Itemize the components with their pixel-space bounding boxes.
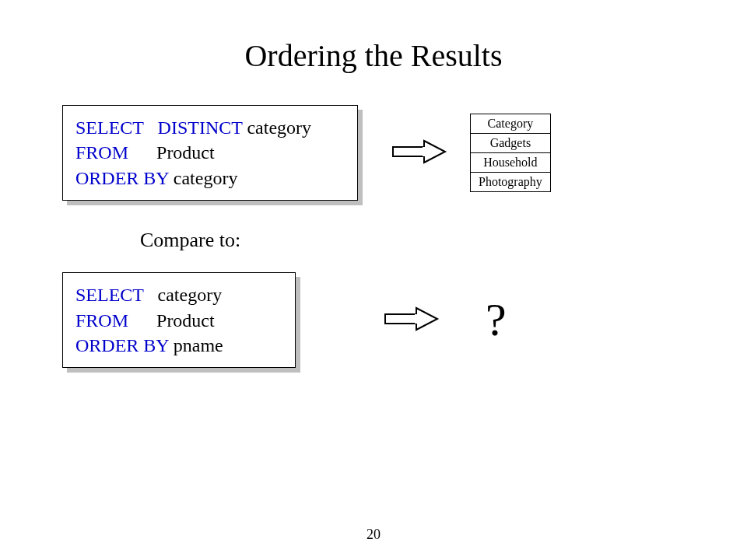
kw-select: SELECT	[75, 285, 144, 305]
q2-orderby-rest: pname	[169, 335, 223, 355]
compare-label: Compare to:	[140, 229, 747, 252]
result-header: Category	[471, 114, 551, 134]
svg-marker-4	[416, 308, 437, 330]
query1-box: SELECT DISTINCT category FROM Product OR…	[62, 105, 358, 201]
kw-from: FROM	[75, 142, 128, 163]
result-cell: Gadgets	[471, 134, 551, 153]
svg-rect-2	[423, 147, 426, 156]
q1-from-rest: Product	[128, 142, 215, 163]
query2-code: SELECT category FROM Product ORDER BY pn…	[62, 272, 296, 368]
svg-rect-3	[385, 314, 416, 324]
query1-row: SELECT DISTINCT category FROM Product OR…	[62, 105, 747, 201]
question-mark: ?	[486, 293, 507, 347]
svg-rect-0	[393, 147, 424, 156]
result-cell: Household	[471, 153, 551, 173]
query2-row: SELECT category FROM Product ORDER BY pn…	[62, 272, 747, 368]
slide-title: Ordering the Results	[0, 37, 747, 74]
kw-select: SELECT DISTINCT	[75, 117, 242, 138]
query1-code: SELECT DISTINCT category FROM Product OR…	[62, 105, 358, 201]
page-number: 20	[0, 527, 747, 543]
q2-select-rest: category	[144, 285, 223, 305]
q1-orderby-rest: category	[169, 168, 238, 188]
kw-orderby: ORDER BY	[75, 168, 169, 188]
arrow-icon	[381, 303, 444, 338]
arrow-icon	[389, 136, 451, 170]
query2-box: SELECT category FROM Product ORDER BY pn…	[62, 272, 296, 368]
result-table: Category Gadgets Household Photography	[470, 114, 551, 192]
kw-from: FROM	[75, 310, 128, 331]
svg-marker-1	[424, 141, 445, 163]
q1-select-rest: category	[242, 117, 311, 138]
svg-rect-5	[415, 314, 418, 324]
kw-orderby: ORDER BY	[75, 335, 169, 355]
result-cell: Photography	[471, 173, 551, 192]
q2-from-rest: Product	[128, 310, 215, 331]
